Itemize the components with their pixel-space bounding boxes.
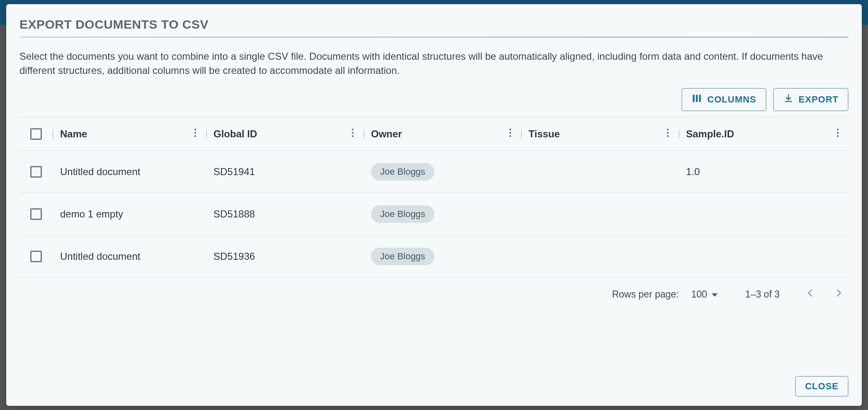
cell-name: demo 1 empty [53,208,206,220]
download-icon [783,93,794,106]
table-row[interactable]: Untitled document SD51941 Joe Bloggs 1.0 [19,151,849,193]
svg-rect-1 [696,95,698,102]
column-label: Tissue [529,128,560,140]
select-all-cell [19,128,53,140]
columns-button[interactable]: COLUMNS [681,88,766,111]
svg-point-11 [509,135,511,137]
owner-chip: Joe Bloggs [371,163,434,181]
toolbar: COLUMNS EXPORT [19,88,849,111]
column-label: Name [60,128,87,140]
svg-point-7 [352,132,354,133]
export-button[interactable]: EXPORT [773,88,849,111]
svg-point-8 [352,135,354,137]
column-header-global-id[interactable]: Global ID [206,127,364,142]
column-header-owner[interactable]: Owner [364,127,521,142]
cell-owner: Joe Bloggs [364,205,521,223]
cell-name: Untitled document [53,251,206,262]
prev-page-button[interactable] [804,287,816,302]
owner-chip: Joe Bloggs [371,248,434,265]
column-header-name[interactable]: Name [53,127,206,142]
kebab-icon[interactable] [664,127,671,142]
export-csv-dialog: EXPORT DOCUMENTS TO CSV Select the docum… [6,4,862,406]
svg-point-15 [837,128,839,130]
close-button[interactable]: CLOSE [795,376,849,397]
svg-point-13 [667,132,669,133]
kebab-icon[interactable] [507,127,514,142]
svg-point-17 [837,135,839,137]
columns-button-label: COLUMNS [707,94,756,105]
documents-table: Name Global ID Owner Tissue Sample.ID [19,117,849,278]
cell-sample-id: 1.0 [679,166,849,178]
svg-point-12 [667,128,669,130]
cell-owner: Joe Bloggs [364,163,521,181]
svg-point-16 [837,132,839,133]
svg-point-5 [194,135,196,137]
columns-icon [691,93,702,106]
kebab-icon[interactable] [834,127,841,142]
select-all-checkbox[interactable] [30,128,42,140]
cell-global-id: SD51941 [206,166,364,178]
dialog-title: EXPORT DOCUMENTS TO CSV [19,17,849,32]
cell-global-id: SD51936 [206,251,364,262]
column-header-tissue[interactable]: Tissue [521,127,679,142]
page-range: 1–3 of 3 [745,289,780,300]
chevron-left-icon [805,289,815,300]
kebab-icon[interactable] [349,127,356,142]
dialog-footer: CLOSE [19,368,849,397]
dialog-description: Select the documents you want to combine… [19,49,849,77]
rows-per-page-value: 100 [691,289,707,300]
svg-point-3 [194,128,196,130]
next-page-button[interactable] [833,287,845,302]
export-button-label: EXPORT [799,94,839,105]
svg-point-9 [509,128,511,130]
column-header-sample-id[interactable]: Sample.ID [679,127,849,142]
svg-point-4 [194,132,196,133]
table-row[interactable]: Untitled document SD51936 Joe Bloggs [19,235,849,278]
column-label: Sample.ID [686,128,734,140]
pagination: Rows per page: 100 1–3 of 3 [19,278,849,305]
caret-down-icon [711,289,718,300]
column-label: Global ID [213,128,257,140]
owner-chip: Joe Bloggs [371,205,434,223]
row-checkbox[interactable] [30,208,42,220]
svg-point-10 [509,132,511,133]
row-checkbox[interactable] [30,166,42,178]
svg-rect-2 [699,95,701,102]
svg-point-6 [352,128,354,130]
cell-name: Untitled document [53,166,206,178]
cell-global-id: SD51888 [206,208,364,220]
table-row[interactable]: demo 1 empty SD51888 Joe Bloggs [19,193,849,235]
svg-rect-0 [693,95,695,102]
svg-point-14 [667,135,669,137]
rows-per-page-label: Rows per page: [612,289,679,300]
kebab-icon[interactable] [192,127,199,142]
title-divider [19,37,849,38]
column-label: Owner [371,128,402,140]
row-checkbox[interactable] [30,251,42,262]
table-header: Name Global ID Owner Tissue Sample.ID [19,117,849,151]
cell-owner: Joe Bloggs [364,248,521,265]
chevron-right-icon [834,289,844,300]
rows-per-page-select[interactable]: 100 [688,287,721,302]
